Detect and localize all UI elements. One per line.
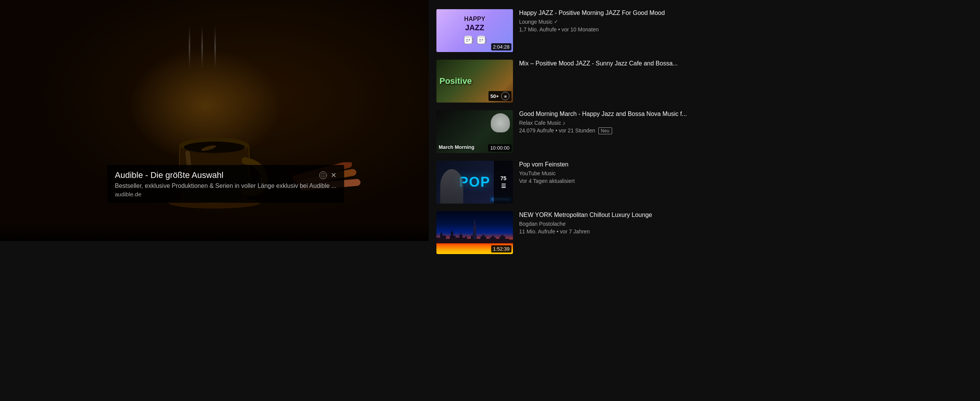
sidebar-item-jazz1[interactable]: HAPPY JAZZ [436,6,972,55]
video-controls-bar[interactable] [0,223,429,241]
ad-close-button[interactable]: ✕ [331,171,336,179]
meta-jazz1: 1,7 Mio. Aufrufe • vor 10 Monaten [519,26,972,33]
ad-header: Audible - Die größte Auswahl ⓘ ✕ [115,170,336,180]
video-title-jazz1: Happy JAZZ - Positive Morning JAZZ For G… [519,9,972,17]
live-badge-positive: 50+ ◉ [488,91,511,101]
thumbnail-march: March Morning 10:00:00 [436,110,513,153]
channel-name-nyc: Bogdan Postolache [519,221,565,227]
sidebar-item-positive[interactable]: Positive 50+ ◉ Mix – Positive Mood JAZZ … [436,57,972,106]
svg-point-11 [479,39,481,41]
channel-name-text: Lounge Music [519,19,552,25]
video-title-positive: Mix – Positive Mood JAZZ - Sunny Jazz Ca… [519,60,972,68]
verified-icon-jazz1: ✓ [554,19,558,24]
sidebar-item-march[interactable]: March Morning 10:00:00 Good Morning Marc… [436,107,972,156]
video-title-nyc: NEW YORK Metropolitan Chillout Luxury Lo… [519,211,972,219]
video-title-march: Good Morning March - Happy Jazz and Boss… [519,110,972,118]
ad-description: Bestseller, exklusive Produktionen & Ser… [115,183,336,189]
channel-pop: YouTube Music [519,170,972,176]
svg-point-12 [482,39,483,41]
video-dark-overlay [0,0,429,241]
ad-overlay: Audible - Die größte Auswahl ⓘ ✕ Bestsel… [107,165,344,203]
video-background: Audible - Die größte Auswahl ⓘ ✕ Bestsel… [0,0,429,241]
sidebar-item-pop[interactable]: POP CERTIFIED 75 ☰ Pop vom Feinsten YouT… [436,158,972,207]
main-area: Audible - Die größte Auswahl ⓘ ✕ Bestsel… [0,0,429,401]
thumb-jazz1-text: HAPPY [464,16,485,22]
svg-point-7 [464,36,472,38]
ad-title: Audible - Die größte Auswahl [115,170,224,180]
ad-info-button[interactable]: ⓘ [319,171,327,179]
meta-march: 24.079 Aufrufe • vor 21 Stunden Neu [519,127,972,134]
thumbnail-positive: Positive 50+ ◉ [436,60,513,103]
channel-jazz1: Lounge Music ✓ [519,19,972,25]
playlist-count-pop: 75 ☰ [494,161,513,204]
new-badge-march: Neu [598,127,612,134]
svg-point-9 [469,39,470,41]
duration-nyc: 1:52:39 [491,245,511,253]
thumb-march-text: March Morning [439,144,474,150]
thumb-positive-text: Positive [439,76,472,86]
channel-icon-march: ♪ [563,120,565,126]
video-info-pop: Pop vom Feinsten YouTube Music Vor 4 Tag… [519,161,972,184]
duration-march: 10:00:00 [488,144,511,152]
video-info-march: Good Morning March - Happy Jazz and Boss… [519,110,972,134]
thumbnail-pop: POP CERTIFIED 75 ☰ [436,161,513,204]
video-info-nyc: NEW YORK Metropolitan Chillout Luxury Lo… [519,211,972,235]
meta-pop: Vor 4 Tagen aktualisiert [519,178,972,184]
playlist-number: 75 [500,175,506,181]
thumbnail-nyc: 1:52:39 [436,211,513,254]
channel-nyc: Bogdan Postolache [519,221,972,227]
channel-march: Relax Cafe Music ♪ [519,120,972,126]
video-scene [0,0,429,241]
thumbnail-jazz1: HAPPY JAZZ [436,9,513,52]
sidebar-item-nyc[interactable]: 1:52:39 NEW YORK Metropolitan Chillout L… [436,208,972,257]
thumb-pop-text: POP [459,174,490,190]
playlist-icon: ☰ [501,183,506,189]
ad-url: audible.de [115,191,336,197]
svg-point-10 [477,36,485,38]
sidebar: HAPPY JAZZ [429,0,980,401]
channel-name-march: Relax Cafe Music [519,120,561,126]
video-player[interactable]: Audible - Die größte Auswahl ⓘ ✕ Bestsel… [0,0,429,241]
video-title-pop: Pop vom Feinsten [519,161,972,169]
duration-jazz1: 2:04:28 [491,43,511,51]
ad-controls[interactable]: ⓘ ✕ [319,171,336,179]
thumb-jazz1-text2: JAZZ [465,24,484,31]
video-info-jazz1: Happy JAZZ - Positive Morning JAZZ For G… [519,9,972,33]
video-info-positive: Mix – Positive Mood JAZZ - Sunny Jazz Ca… [519,60,972,68]
channel-name-pop: YouTube Music [519,170,555,176]
meta-nyc: 11 Mio. Aufrufe • vor 7 Jahren [519,228,972,235]
svg-point-8 [466,39,468,41]
